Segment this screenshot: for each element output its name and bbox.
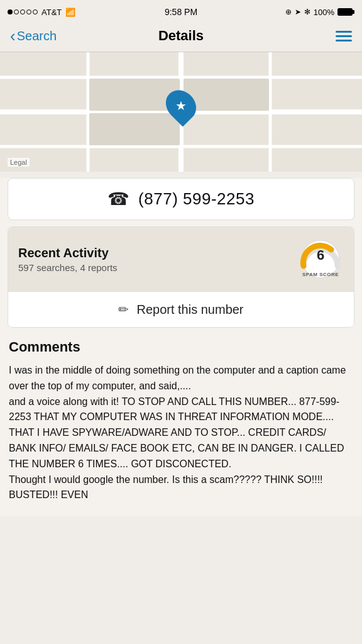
hamburger-line-1	[336, 31, 352, 33]
phone-number: (877) 599-2253	[138, 189, 255, 209]
phone-icon: ☎	[107, 189, 129, 209]
signal-dots	[8, 9, 38, 14]
map-view[interactable]: ★ Legal	[0, 52, 362, 172]
status-right: ⊕ ➤ ✻ 100%	[285, 8, 354, 17]
nav-bar: ‹ Search Details	[0, 23, 362, 52]
battery-icon	[337, 8, 354, 16]
signal-dot-3	[20, 9, 25, 14]
activity-stats: 597 searches, 4 reports	[18, 262, 118, 273]
status-time: 9:58 PM	[165, 7, 197, 17]
pin-star-icon: ★	[175, 98, 187, 113]
chevron-left-icon: ‹	[10, 28, 16, 44]
spam-gauge: 6 SPAM SCORE	[297, 236, 344, 282]
back-button[interactable]: ‹ Search	[10, 28, 57, 44]
spam-score-widget: 6 SPAM SCORE	[297, 236, 344, 282]
spam-score-label: SPAM SCORE	[297, 272, 344, 277]
report-label: Report this number	[136, 303, 243, 317]
pencil-icon: ✏	[118, 302, 129, 317]
hamburger-line-2	[336, 35, 352, 37]
signal-dot-5	[33, 9, 38, 14]
status-left: AT&T 📶	[8, 8, 75, 17]
back-label: Search	[17, 29, 57, 43]
hamburger-line-3	[336, 40, 352, 42]
location-icon: ⊕	[285, 8, 292, 16]
content-area: ☎ (877) 599-2253 Recent Activity 597 sea…	[0, 178, 362, 516]
activity-title: Recent Activity	[18, 246, 118, 260]
legal-label: Legal	[8, 158, 30, 167]
svg-rect-9	[89, 113, 180, 145]
page-title: Details	[158, 28, 204, 44]
map-pin: ★	[167, 89, 195, 122]
spam-score-number: 6	[297, 247, 344, 264]
signal-dot-2	[14, 9, 19, 14]
hamburger-menu-button[interactable]	[336, 31, 352, 42]
comments-text: I was in the middle of doing something o…	[9, 363, 353, 503]
comments-title: Comments	[9, 339, 353, 355]
signal-dot-4	[26, 9, 31, 14]
activity-header: Recent Activity 597 searches, 4 reports …	[8, 227, 354, 291]
wifi-icon: 📶	[65, 8, 75, 17]
status-bar: AT&T 📶 9:58 PM ⊕ ➤ ✻ 100%	[0, 0, 362, 23]
activity-card: Recent Activity 597 searches, 4 reports …	[8, 226, 354, 328]
phone-card[interactable]: ☎ (877) 599-2253	[8, 178, 354, 220]
signal-dot-1	[8, 9, 13, 14]
activity-info: Recent Activity 597 searches, 4 reports	[18, 246, 118, 273]
bluetooth-icon: ✻	[304, 8, 310, 16]
battery-percent: 100%	[314, 8, 334, 17]
arrow-icon: ➤	[295, 8, 301, 16]
comments-section: Comments I was in the middle of doing so…	[0, 328, 362, 516]
report-button[interactable]: ✏ Report this number	[8, 291, 354, 327]
carrier-label: AT&T	[41, 8, 62, 17]
